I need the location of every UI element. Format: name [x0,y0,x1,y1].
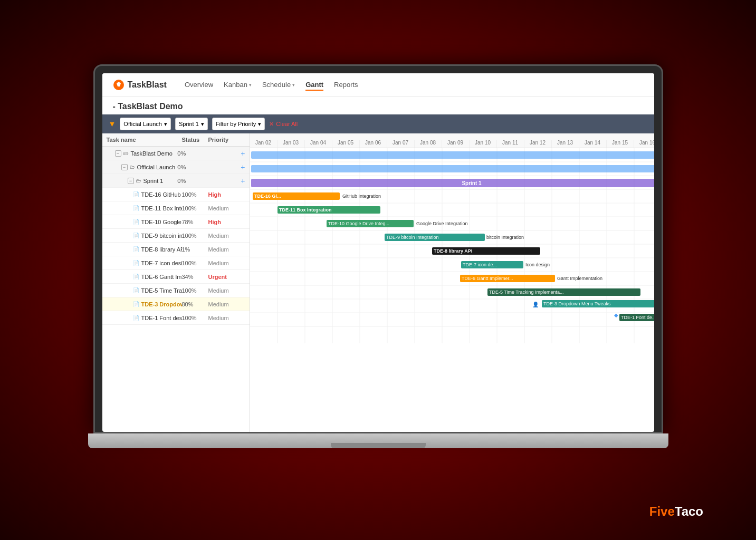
add-button[interactable]: + [241,149,245,158]
svg-text:Google Drive Integration: Google Drive Integration [416,221,468,226]
svg-text:TDE-9 bitcoin Integration: TDE-9 bitcoin Integration [386,235,439,240]
folder-icon: 🗁 [136,178,141,184]
task-row[interactable]: − 🗁 Sprint 1 0% + [102,174,250,188]
task-row[interactable]: 📄 TDE-3 Dropdown Men... 80% Medium [102,297,250,311]
app: TaskBlast Overview Kanban ▾ Schedule ▾ G… [102,73,654,432]
svg-text:TDE-1 Font de...: TDE-1 Font de... [621,315,654,320]
task-row[interactable]: 📄 TDE-8 library API 1% Medium [102,243,250,256]
svg-text:👤: 👤 [532,301,539,308]
expand-button[interactable]: − [121,164,128,170]
gantt-body: Sprint 1 TDE-16 Gi... GitHub Integration… [250,148,654,432]
laptop-screen: TaskBlast Overview Kanban ▾ Schedule ▾ G… [93,64,663,433]
svg-text:TDE-16 Gi...: TDE-16 Gi... [254,194,281,199]
task-icon: 📄 [133,233,139,238]
task-row[interactable]: − 🗁 TaskBlast Demo 0% + [102,147,250,160]
task-pane: Task name Status Priority − 🗁 TaskBlast … [102,133,250,432]
screen-content: TaskBlast Overview Kanban ▾ Schedule ▾ G… [102,73,654,432]
task-row[interactable]: 📄 TDE-11 Box Integratio... 100% Medium [102,201,250,215]
schedule-chevron: ▾ [292,82,295,88]
folder-icon: 🗁 [123,150,129,156]
task-row[interactable]: − 🗁 Official Launch 0% + [102,160,250,174]
expand-button[interactable]: − [128,178,134,184]
clear-all-button[interactable]: ✕ Clear All [269,121,298,128]
sprint-filter[interactable]: Sprint 1 ▾ [175,118,208,130]
task-row[interactable]: 📄 TDE-7 icon design 100% Medium [102,256,250,270]
project-filter[interactable]: Official Launch ▾ [120,118,171,130]
task-icon: 📄 [133,205,139,211]
svg-rect-31 [251,165,654,172]
priority-filter[interactable]: Filter by Priority ▾ [212,118,265,130]
svg-text:TDE-11 Box Integration: TDE-11 Box Integration [279,207,332,213]
gantt-date-header: Jan 02 Jan 03 Jan 04 Jan 05 Jan 06 Jan 0… [250,133,654,148]
svg-text:TDE-3 Dropdown Menu Tweaks: TDE-3 Dropdown Menu Tweaks [543,301,611,306]
task-icon: 📄 [133,287,139,293]
task-icon: 📄 [133,301,139,307]
svg-text:TDE-7 icon de...: TDE-7 icon de... [463,262,497,267]
svg-text:TDE-10 Google Drive Integ...: TDE-10 Google Drive Integ... [328,221,389,226]
task-icon: 📄 [133,191,139,197]
laptop-wrapper: TaskBlast Overview Kanban ▾ Schedule ▾ G… [88,64,668,476]
fivetaco-logo: FiveTaco [649,504,703,519]
expand-button[interactable]: − [115,150,121,157]
logo: TaskBlast [113,79,167,91]
svg-text:◆: ◆ [614,312,618,318]
filter-bar: ▼ Official Launch ▾ Sprint 1 ▾ Filter by… [102,114,654,133]
main-content: Task name Status Priority − 🗁 TaskBlast … [102,133,654,432]
task-icon: 📄 [133,315,139,321]
add-button[interactable]: + [241,163,245,171]
nav-schedule[interactable]: Schedule ▾ [262,79,295,91]
svg-rect-30 [251,151,654,159]
task-list: − 🗁 TaskBlast Demo 0% + [102,147,250,432]
gantt-chart: Sprint 1 TDE-16 Gi... GitHub Integration… [250,148,654,343]
task-row[interactable]: 📄 TDE-5 Time Tracking I... 100% Medium [102,284,250,297]
svg-text:TDE-5 Time Tracking Implementa: TDE-5 Time Tracking Implementa... [489,290,564,295]
filter-icon: ▼ [109,120,116,128]
svg-text:Sprint 1: Sprint 1 [462,180,482,186]
task-header: Task name Status Priority [102,133,250,147]
navbar: TaskBlast Overview Kanban ▾ Schedule ▾ G… [102,73,654,97]
page-title: - TaskBlast Demo [102,97,654,114]
kanban-chevron: ▾ [249,82,252,88]
nav-items: Overview Kanban ▾ Schedule ▾ Gantt Repor… [185,79,644,91]
logo-text: TaskBlast [128,80,167,90]
task-row[interactable]: 📄 TDE-6 Gantt Implemer... 34% Urgent [102,270,250,284]
task-row[interactable]: 📄 TDE-16 GitHub Integr... 100% High [102,188,250,201]
svg-text:Gantt Implementation: Gantt Implementation [557,276,602,281]
svg-text:TDE-8 library API: TDE-8 library API [434,248,472,254]
nav-gantt[interactable]: Gantt [305,79,323,91]
nav-overview[interactable]: Overview [185,79,213,91]
task-icon: 📄 [133,219,139,225]
add-button[interactable]: + [241,177,245,185]
svg-rect-32 [251,179,654,187]
nav-kanban[interactable]: Kanban ▾ [224,79,252,91]
gantt-pane: Jan 02 Jan 03 Jan 04 Jan 05 Jan 06 Jan 0… [250,133,654,432]
folder-icon: 🗁 [130,164,135,170]
task-row[interactable]: 📄 TDE-9 bitcoin integrat... 100% Medium [102,229,250,243]
task-icon: 📄 [133,246,139,252]
svg-text:GitHub Integration: GitHub Integration [342,194,381,199]
nav-reports[interactable]: Reports [334,79,358,91]
svg-text:TDE-6 Gantt Implemer...: TDE-6 Gantt Implemer... [462,276,513,281]
task-icon: 📄 [133,274,139,279]
logo-icon [113,79,125,91]
svg-text:bitcoin Integration: bitcoin Integration [486,235,524,240]
task-row[interactable]: 📄 TDE-10 Google Drive I... 78% High [102,215,250,229]
svg-text:Icon design: Icon design [525,262,550,267]
task-row[interactable]: 📄 TDE-1 Font design 100% Medium [102,311,250,325]
laptop-base [88,433,668,448]
task-icon: 📄 [133,260,139,266]
